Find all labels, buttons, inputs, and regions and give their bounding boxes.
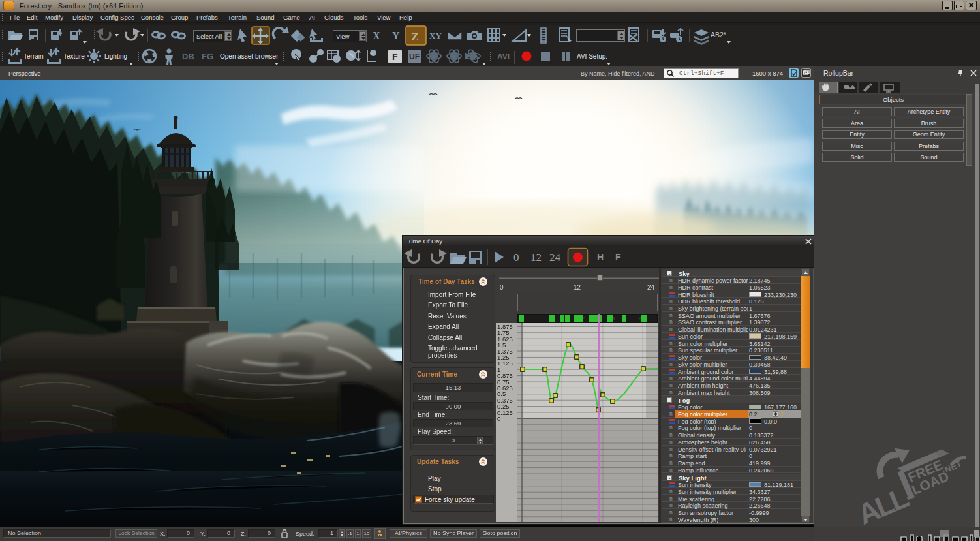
svg-text:F: F [615, 252, 621, 262]
svg-text:UF: UF [409, 52, 420, 61]
svg-text:0: 0 [513, 251, 519, 264]
svg-text:Open asset browser: Open asset browser [220, 53, 279, 60]
svg-text:AVI: AVI [497, 52, 510, 61]
svg-text:H: H [597, 252, 604, 262]
svg-text:AVI Setup.: AVI Setup. [577, 53, 607, 60]
svg-text:DB: DB [182, 52, 194, 61]
svg-text:FG: FG [202, 52, 213, 61]
svg-text:Z: Z [411, 31, 418, 43]
svg-text:XY: XY [429, 31, 442, 40]
svg-text:24: 24 [549, 251, 561, 264]
svg-text:F: F [392, 52, 398, 62]
svg-text:Y: Y [392, 30, 400, 41]
svg-text:·NET: ·NET [940, 459, 964, 476]
svg-text:AB2*: AB2* [711, 31, 726, 39]
svg-text:X: X [373, 30, 380, 41]
svg-text:12: 12 [530, 251, 542, 264]
